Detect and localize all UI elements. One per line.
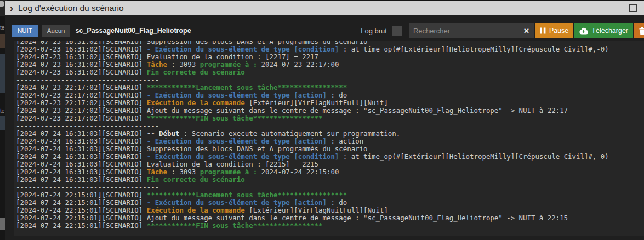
log-segment: programmée à :: [200, 168, 257, 176]
log-segment: - Exécution du sous-élément de type [act…: [147, 199, 327, 207]
log-line: [2024-07-23 22:17:02][SCENARIO] Ajout du…: [16, 107, 644, 115]
log-segment: 2024-07-24 22:15:00: [257, 168, 339, 176]
log-segment: [Extérieur][VirFlagNuitFull][Nuit]: [245, 99, 388, 107]
none-filter-button[interactable]: Aucun: [42, 25, 71, 37]
log-segment: - Exécution du sous-élément de type [con…: [147, 45, 339, 53]
toolbar: NUIT Aucun sc_PassageNuit00_Flag_Heliotr…: [12, 23, 644, 38]
log-line: [2024-07-23 22:17:02][SCENARIO] ********…: [16, 84, 644, 92]
cloud-download-icon: [579, 27, 588, 35]
app-root: te te › Log d'exécution du scénario NUIT…: [0, 0, 644, 240]
log-line: [2024-07-24 22:15:01][SCENARIO] Exécutio…: [16, 207, 644, 214]
log-segment: Suppression des blocs DANS et A programm…: [147, 41, 368, 45]
log-segment: Exécution de la commande: [147, 207, 245, 214]
download-button[interactable]: Télécharger: [574, 23, 633, 38]
log-segment: Evaluation de la condition : [2217] = 22…: [147, 53, 318, 61]
log-segment: [Extérieur][VirFlagNuitFull][Nuit]: [245, 207, 388, 214]
log-segment: Suppression des blocs DANS et A programm…: [147, 145, 368, 153]
log-segment: Tâche: [147, 168, 167, 176]
log-segment: - Exécution du sous-élément de type [act…: [147, 138, 327, 145]
log-segment: [2024-07-24 16:31:03][SCENARIO]: [16, 161, 147, 168]
log-line: [2024-07-23 16:31:02][SCENARIO] Tâche : …: [16, 61, 644, 68]
log-line: [2024-07-24 16:31:03][SCENARIO] - Exécut…: [16, 153, 644, 161]
log-segment: - Exécution du sous-élément de type [act…: [147, 92, 327, 99]
log-segment: [2024-07-23 16:31:02][SCENARIO]: [16, 61, 147, 68]
clear-log-button[interactable]: Vider: [634, 23, 644, 38]
log-segment: ************Lancement sous tâche********…: [147, 191, 347, 199]
log-segment: [2024-07-24 22:15:01][SCENARIO]: [16, 207, 147, 214]
log-segment: : at time_op(#[Extérieur][HeliotropeMill…: [339, 153, 608, 161]
trash-icon: [639, 27, 644, 35]
log-line: [2024-07-24 16:31:03][SCENARIO] Evaluati…: [16, 161, 644, 168]
log-segment: Exécution de la commande: [147, 99, 245, 107]
log-segment: [2024-07-23 22:17:02][SCENARIO]: [16, 84, 147, 92]
log-line: [2024-07-24 16:31:03][SCENARIO] Suppress…: [16, 145, 644, 153]
log-segment: Ajout du message suivant dans le centre …: [147, 107, 568, 115]
scenario-log-dialog: › Log d'exécution du scénario NUIT Aucun…: [5, 1, 644, 240]
log-line: [2024-07-24 22:15:01][SCENARIO] ********…: [16, 191, 644, 199]
log-line: [2024-07-23 16:31:02][SCENARIO] Fin corr…: [16, 68, 644, 76]
log-segment: [2024-07-23 16:31:02][SCENARIO]: [16, 41, 147, 45]
log-segment: [2024-07-23 16:31:02][SCENARIO]: [16, 68, 147, 76]
log-segment: : 3093: [167, 168, 200, 176]
log-segment: -- Début: [147, 130, 180, 138]
log-line: [2024-07-24 16:31:03][SCENARIO] - Exécut…: [16, 138, 644, 145]
log-segment: [2024-07-24 16:31:03][SCENARIO]: [16, 130, 147, 138]
log-segment: [2024-07-24 16:31:03][SCENARIO]: [16, 176, 147, 184]
download-label: Télécharger: [591, 27, 628, 35]
log-line: -----------------------------------: [16, 76, 644, 84]
log-segment: [2024-07-24 16:31:03][SCENARIO]: [16, 145, 147, 153]
clear-search-icon[interactable]: ✕: [523, 27, 529, 35]
log-segment: -----------------------------------: [16, 76, 159, 84]
log-segment: [2024-07-23 22:17:02][SCENARIO]: [16, 107, 147, 115]
log-segment: : Scenario execute automatiquement sur p…: [179, 130, 400, 138]
log-segment: Fin correcte du scénario: [147, 176, 245, 184]
raw-log-label: Log brut: [361, 27, 387, 35]
night-filter-button[interactable]: NUIT: [12, 25, 38, 37]
log-segment: [2024-07-23 16:31:02][SCENARIO]: [16, 45, 147, 53]
log-segment: [2024-07-24 22:15:01][SCENARIO]: [16, 199, 147, 207]
log-output[interactable]: [2024-07-23 16:31:02][SCENARIO] Suppress…: [14, 41, 644, 236]
log-segment: Fin correcte du scénario: [147, 68, 245, 76]
log-segment: [2024-07-24 16:31:03][SCENARIO]: [16, 168, 147, 176]
log-segment: [2024-07-23 22:17:02][SCENARIO]: [16, 99, 147, 107]
log-segment: ************Lancement sous tâche********…: [147, 84, 347, 92]
log-segment: - Exécution du sous-élément de type [con…: [147, 153, 339, 161]
log-line: [2024-07-23 16:31:02][SCENARIO] - Exécut…: [16, 45, 644, 53]
log-segment: : do: [327, 92, 347, 99]
pause-label: Pause: [549, 27, 568, 35]
log-segment: [2024-07-23 22:17:02][SCENARIO]: [16, 115, 147, 122]
log-line: [2024-07-23 22:17:02][SCENARIO] ********…: [16, 115, 644, 122]
dialog-titlebar: › Log d'exécution du scénario: [5, 1, 644, 15]
log-segment: programmée à :: [200, 61, 257, 68]
log-line: -----------------------------------: [16, 122, 644, 130]
log-segment: [2024-07-24 16:31:03][SCENARIO]: [16, 138, 147, 145]
scenario-name: sc_PassageNuit00_Flag_Heliotrope: [75, 27, 191, 35]
search-input[interactable]: [413, 27, 520, 35]
dialog-title: Log d'exécution du scénario: [18, 3, 124, 13]
log-segment: [2024-07-24 22:15:01][SCENARIO]: [16, 191, 147, 199]
log-line: [2024-07-24 22:15:01][SCENARIO] Ajout du…: [16, 214, 644, 222]
log-line: -----------------------------------: [16, 184, 644, 191]
log-lines-container: [2024-07-23 16:31:02][SCENARIO] Suppress…: [16, 41, 644, 230]
chevron-right-icon[interactable]: ›: [10, 2, 13, 14]
raw-log-checkbox[interactable]: [392, 26, 402, 36]
pause-icon: [540, 27, 546, 34]
log-line: [2024-07-24 22:15:01][SCENARIO] ********…: [16, 222, 644, 230]
log-segment: Tâche: [147, 61, 167, 68]
log-segment: : do: [327, 199, 347, 207]
pause-button[interactable]: Pause: [535, 23, 573, 38]
log-line: [2024-07-23 16:31:02][SCENARIO] Evaluati…: [16, 53, 644, 61]
log-line: [2024-07-23 22:17:02][SCENARIO] - Exécut…: [16, 92, 644, 99]
log-segment: : action: [327, 138, 363, 145]
search-box: ✕: [409, 23, 534, 38]
log-segment: 2024-07-23 22:17:00: [257, 61, 339, 68]
log-segment: -----------------------------------: [16, 184, 159, 191]
log-segment: [2024-07-24 16:31:03][SCENARIO]: [16, 153, 147, 161]
log-segment: Ajout du message suivant dans le centre …: [147, 214, 568, 222]
log-segment: : 3093: [167, 61, 200, 68]
maximize-icon[interactable]: [629, 4, 637, 12]
log-segment: : at time_op(#[Extérieur][HeliotropeMill…: [339, 45, 608, 53]
log-segment: [2024-07-23 16:31:02][SCENARIO]: [16, 53, 147, 61]
log-line: [2024-07-24 16:31:03][SCENARIO] Fin corr…: [16, 176, 644, 184]
log-line: [2024-07-24 16:31:03][SCENARIO] Tâche : …: [16, 168, 644, 176]
